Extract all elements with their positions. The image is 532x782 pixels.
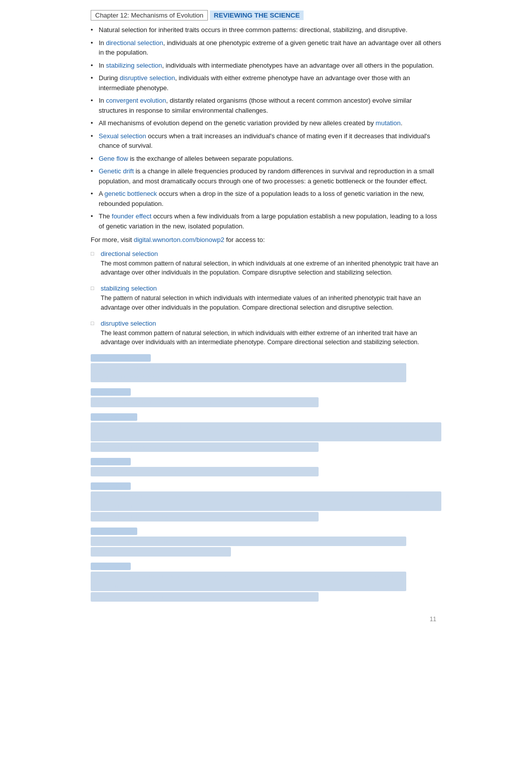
blurred-item-6: sexual selection A form of natural selec… [91, 528, 441, 557]
link-stabilizing-selection-1[interactable]: stabilizing selection [106, 62, 162, 69]
blurred-line-5b: genetic variation in population. [91, 512, 319, 522]
glossary-def-directional: The most common pattern of natural selec… [101, 260, 438, 277]
bullet-item-5: • In convergent evolution, distantly rel… [91, 96, 441, 115]
bullet-text-6: All mechanisms of evolution depend on th… [99, 118, 441, 128]
link-genetic-bottleneck[interactable]: genetic bottleneck [105, 190, 157, 197]
bullet-text-2: In directional selection, individuals at… [99, 38, 441, 58]
blurred-line-3a: A form of natural selection in which ind… [91, 422, 441, 441]
link-founder-effect[interactable]: founder effect [112, 212, 151, 220]
bullet-dot: • [91, 154, 99, 164]
blurred-term-3: sexual selection [91, 413, 137, 421]
blurred-item-4: gene flow The exchange of alleles betwee… [91, 458, 441, 476]
bullet-item-8: • Gene flow is the exchange of alleles b… [91, 154, 441, 164]
blurred-line-3b: genetic variation in a population. [91, 442, 319, 452]
glossary-content-directional: directional selection The most common pa… [101, 250, 441, 278]
bullet-item-1: • Natural selection for inherited traits… [91, 25, 441, 35]
bullet-text-1: Natural selection for inherited traits o… [99, 25, 441, 35]
glossary-icon-directional: □ [91, 250, 101, 256]
blurred-term-1: convergent evolution [91, 354, 151, 362]
section-header: REVIEWING THE SCIENCE [210, 11, 304, 20]
bullet-item-2: • In directional selection, individuals … [91, 38, 441, 58]
bullet-dot: • [91, 25, 99, 35]
bullet-item-3: • In stabilizing selection, individuals … [91, 61, 441, 71]
link-sexual-selection[interactable]: Sexual selection [99, 132, 146, 140]
glossary-term-disruptive[interactable]: disruptive selection [101, 320, 441, 327]
bullet-dot: • [91, 96, 99, 115]
link-directional-selection-1[interactable]: directional selection [106, 39, 163, 47]
bullet-item-10: • A genetic bottleneck occurs when a dro… [91, 189, 441, 208]
glossary-section: □ directional selection The most common … [91, 250, 441, 602]
bullet-dot: • [91, 73, 99, 93]
blurred-line-7b: alleles in a larger population. [91, 592, 319, 602]
bullet-text-11: The founder effect occurs when a few ind… [99, 211, 441, 231]
bullet-item-4: • During disruptive selection, individua… [91, 73, 441, 93]
glossary-item-disruptive: □ disruptive selection The least common … [91, 320, 441, 348]
glossary-item-directional: □ directional selection The most common … [91, 250, 441, 278]
glossary-icon-disruptive: □ [91, 320, 101, 326]
bullet-dot: • [91, 189, 99, 208]
blurred-term-2: mutation [91, 388, 131, 396]
blurred-item-3: sexual selection A form of natural selec… [91, 413, 441, 452]
glossary-content-disruptive: disruptive selection The least common pa… [101, 320, 441, 348]
blurred-item-1: convergent evolution A form of evolution… [91, 354, 441, 382]
blurred-line-6a: A form of natural selection that occurs … [91, 537, 406, 546]
link-genetic-drift[interactable]: Genetic drift [99, 167, 134, 175]
bullet-dot: • [91, 118, 99, 128]
glossary-def-stabilizing: The pattern of natural selection in whic… [101, 295, 421, 311]
blurred-term-7: founder effect [91, 563, 131, 570]
blurred-term-4: gene flow [91, 458, 131, 465]
bottom-whitespace [0, 633, 532, 782]
bullet-dot: • [91, 211, 99, 231]
link-gene-flow[interactable]: Gene flow [99, 155, 128, 162]
bullet-item-7: • Sexual selection occurs when a trait i… [91, 131, 441, 151]
blurred-item-7: founder effect The loss of genetic varia… [91, 563, 441, 602]
link-digital-norton[interactable]: digital.wwnorton.com/bionowp2 [134, 236, 224, 243]
bullet-dot: • [91, 131, 99, 151]
bullet-dot: • [91, 38, 99, 58]
bullet-text-3: In stabilizing selection, individuals wi… [99, 61, 441, 71]
bullet-text-9: Genetic drift is a change in allele freq… [99, 166, 441, 186]
blurred-line-2a: A heritable change in the DNA sequence o… [91, 397, 319, 407]
blurred-term-5: genetic drift [91, 482, 131, 490]
bullet-text-5: In convergent evolution, distantly relat… [99, 96, 441, 115]
blurred-line-6b: chance. [91, 547, 231, 557]
bullet-text-4: During disruptive selection, individuals… [99, 73, 441, 93]
glossary-def-disruptive: The least common pattern of natural sele… [101, 330, 419, 346]
bullet-item-11: • The founder effect occurs when a few i… [91, 211, 441, 231]
link-convergent-evolution[interactable]: convergent evolution [106, 97, 166, 104]
bullet-dot: • [91, 61, 99, 71]
bullet-text-7: Sexual selection occurs when a trait inc… [99, 131, 441, 151]
blurred-line-4a: The exchange of alleles between populati… [91, 467, 319, 476]
blurred-item-5: genetic drift A change in allele frequen… [91, 482, 441, 522]
glossary-item-stabilizing: □ stabilizing selection The pattern of n… [91, 285, 441, 313]
bullet-list: • Natural selection for inherited traits… [91, 25, 441, 231]
blurred-section: convergent evolution A form of evolution… [91, 354, 441, 602]
blurred-line-5a: A change in allele frequencies produced … [91, 491, 441, 510]
link-mutation[interactable]: mutation [376, 119, 401, 127]
link-disruptive-selection-1[interactable]: disruptive selection [120, 74, 175, 82]
blurred-line-1a: A form of evolution in which unrelated s… [91, 363, 406, 382]
glossary-term-directional[interactable]: directional selection [101, 250, 441, 257]
bullet-item-9: • Genetic drift is a change in allele fr… [91, 166, 441, 186]
visit-line: For more, visit digital.wwnorton.com/bio… [91, 235, 441, 245]
page-number: 11 [430, 616, 441, 623]
bullet-dot: • [91, 166, 99, 186]
bullet-text-10: A genetic bottleneck occurs when a drop … [99, 189, 441, 208]
glossary-icon-stabilizing: □ [91, 285, 101, 291]
chapter-title: Chapter 12: Mechanisms of Evolution [91, 10, 208, 21]
blurred-line-7a: The loss of genetic variation when a new… [91, 572, 406, 591]
bullet-text-8: Gene flow is the exchange of alleles bet… [99, 154, 441, 164]
blurred-item-2: mutation A heritable change in the DNA s… [91, 388, 441, 407]
glossary-term-stabilizing[interactable]: stabilizing selection [101, 285, 441, 292]
glossary-content-stabilizing: stabilizing selection The pattern of nat… [101, 285, 441, 313]
blurred-term-6: sexual selection [91, 528, 137, 535]
bullet-item-6: • All mechanisms of evolution depend on … [91, 118, 441, 128]
